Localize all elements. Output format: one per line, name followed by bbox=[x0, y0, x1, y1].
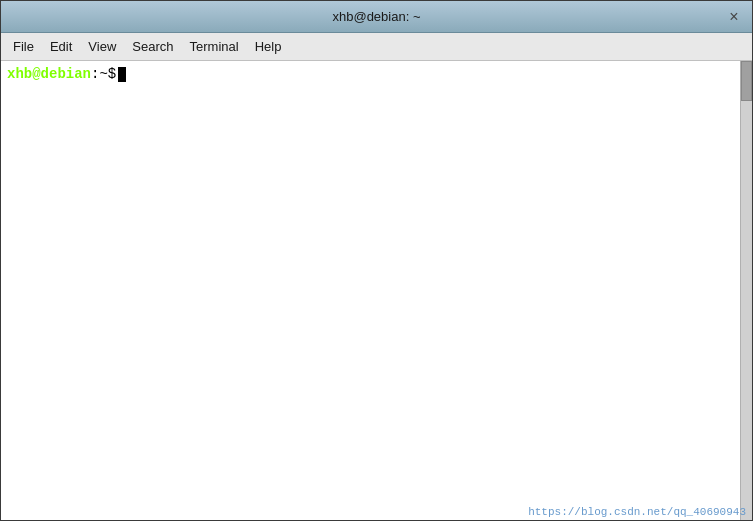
window-title: xhb@debian: ~ bbox=[332, 9, 420, 24]
status-bar: https://blog.csdn.net/qq_40690943 bbox=[522, 504, 752, 520]
prompt-user: xhb@debian bbox=[7, 65, 91, 85]
terminal-window: xhb@debian: ~ × File Edit View Search Te… bbox=[0, 0, 753, 521]
menu-item-search[interactable]: Search bbox=[124, 37, 181, 56]
menu-item-help[interactable]: Help bbox=[247, 37, 290, 56]
terminal-body[interactable]: xhb@debian :~ $ https://blog.csdn.net/qq… bbox=[1, 61, 752, 520]
scrollbar[interactable] bbox=[740, 61, 752, 520]
menu-item-terminal[interactable]: Terminal bbox=[182, 37, 247, 56]
menu-item-view[interactable]: View bbox=[80, 37, 124, 56]
menu-bar: File Edit View Search Terminal Help bbox=[1, 33, 752, 61]
prompt-dollar: $ bbox=[108, 65, 116, 85]
menu-item-file[interactable]: File bbox=[5, 37, 42, 56]
prompt-separator: :~ bbox=[91, 65, 108, 85]
close-button[interactable]: × bbox=[724, 7, 744, 27]
scrollbar-thumb[interactable] bbox=[741, 61, 752, 101]
title-bar: xhb@debian: ~ × bbox=[1, 1, 752, 33]
prompt-line: xhb@debian :~ $ bbox=[7, 65, 746, 85]
menu-item-edit[interactable]: Edit bbox=[42, 37, 80, 56]
cursor bbox=[118, 67, 126, 82]
